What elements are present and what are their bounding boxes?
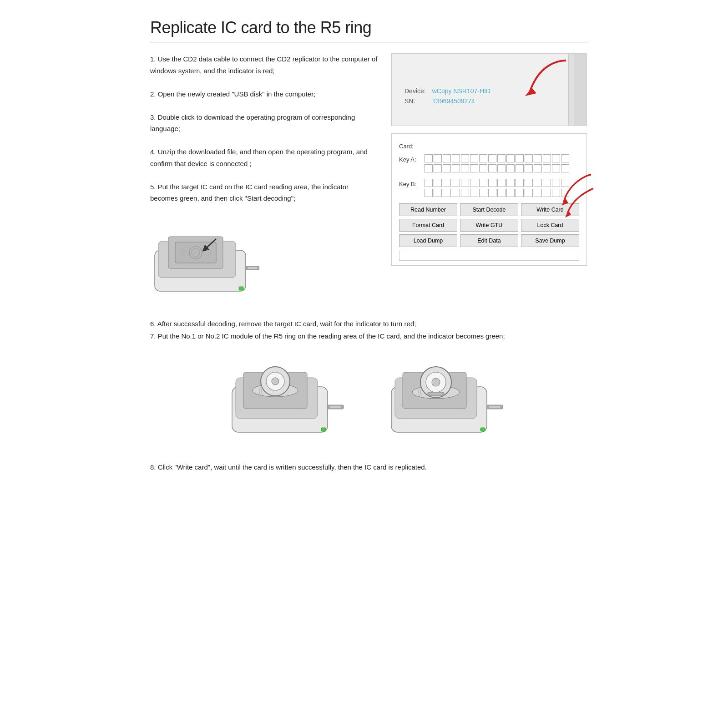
key-cell[interactable]: [497, 164, 506, 172]
key-cell[interactable]: [525, 189, 533, 197]
key-cell[interactable]: [506, 164, 515, 172]
key-cell[interactable]: [479, 164, 487, 172]
bottom-devices-row: [150, 355, 587, 448]
key-cell[interactable]: [488, 179, 496, 187]
key-cell[interactable]: [434, 154, 442, 162]
key-cell[interactable]: [461, 189, 469, 197]
key-a-grid: [425, 154, 579, 174]
key-cell[interactable]: [425, 179, 433, 187]
key-cell[interactable]: [470, 164, 478, 172]
key-cell[interactable]: [443, 189, 451, 197]
edit-data-button[interactable]: Edit Data: [460, 234, 518, 247]
key-cell[interactable]: [452, 189, 460, 197]
step4-text: 4. Unzip the downloaded file, and then o…: [150, 146, 378, 169]
key-cell[interactable]: [497, 189, 506, 197]
key-cell[interactable]: [534, 179, 542, 187]
read-number-button[interactable]: Read Number: [399, 203, 457, 216]
key-cell[interactable]: [516, 154, 524, 162]
device1-svg: [228, 355, 350, 446]
key-cell[interactable]: [434, 164, 442, 172]
key-cell[interactable]: [443, 154, 451, 162]
key-cell[interactable]: [516, 164, 524, 172]
key-cell[interactable]: [452, 154, 460, 162]
key-a-field: Key A:: [399, 154, 579, 174]
key-cell[interactable]: [470, 189, 478, 197]
card-label: Card:: [399, 141, 425, 150]
key-cell[interactable]: [461, 164, 469, 172]
device1-illustration: [228, 355, 350, 448]
svg-marker-11: [565, 210, 571, 217]
key-cell[interactable]: [443, 179, 451, 187]
format-card-button[interactable]: Format Card: [399, 219, 457, 232]
ic-reader-svg: [150, 223, 259, 300]
key-cell[interactable]: [479, 189, 487, 197]
svg-rect-33: [480, 428, 485, 431]
key-cell[interactable]: [488, 164, 496, 172]
key-cell[interactable]: [470, 179, 478, 187]
key-cell[interactable]: [488, 189, 496, 197]
device-table: Device: wCopy NSR107-HID SN: T3969450927…: [401, 86, 494, 106]
key-cell[interactable]: [506, 154, 515, 162]
start-decode-button[interactable]: Start Decode: [460, 203, 518, 216]
key-cell[interactable]: [452, 164, 460, 172]
key-cell[interactable]: [525, 164, 533, 172]
write-gtu-button[interactable]: Write GTU: [460, 219, 518, 232]
key-cell[interactable]: [434, 189, 442, 197]
key-cell[interactable]: [470, 154, 478, 162]
instructions-text: 1. Use the CD2 data cable to connect the…: [150, 53, 378, 304]
load-dump-button[interactable]: Load Dump: [399, 234, 457, 247]
sn-value: T39694509274: [430, 96, 493, 106]
key-cell[interactable]: [543, 189, 551, 197]
key-cell[interactable]: [543, 154, 551, 162]
key-cell[interactable]: [506, 179, 515, 187]
card-field: Card:: [399, 141, 579, 150]
key-cell[interactable]: [425, 189, 433, 197]
card-arrows-svg: [559, 161, 596, 234]
key-cell[interactable]: [425, 164, 433, 172]
key-cell[interactable]: [534, 154, 542, 162]
red-arrow-svg: [511, 56, 571, 106]
title-divider: [150, 42, 587, 42]
key-cell[interactable]: [534, 189, 542, 197]
sn-label: SN:: [402, 96, 429, 106]
key-cell[interactable]: [497, 154, 506, 162]
key-b-row1: [425, 179, 579, 187]
step2-text: 2. Open the newly created "USB disk" in …: [150, 88, 378, 100]
key-cell[interactable]: [461, 179, 469, 187]
key-cell[interactable]: [516, 179, 524, 187]
key-cell[interactable]: [506, 189, 515, 197]
key-cell[interactable]: [543, 179, 551, 187]
svg-point-28: [432, 378, 440, 386]
key-cell[interactable]: [525, 154, 533, 162]
save-dump-button[interactable]: Save Dump: [521, 234, 579, 247]
key-cell[interactable]: [425, 154, 433, 162]
page-title: Replicate IC card to the R5 ring: [150, 18, 587, 37]
step8-text: 8. Click "Write card", wait until the ca…: [150, 461, 587, 473]
key-cell[interactable]: [497, 179, 506, 187]
device2-svg: [387, 355, 510, 446]
svg-point-18: [272, 378, 279, 385]
key-a-label: Key A:: [399, 154, 425, 163]
key-b-field: Key B:: [399, 179, 579, 199]
card-buttons-grid: Read Number Start Decode Write Card Form…: [399, 203, 579, 247]
key-cell[interactable]: [443, 164, 451, 172]
key-cell[interactable]: [434, 179, 442, 187]
svg-rect-8: [239, 287, 243, 290]
device-value: wCopy NSR107-HID: [430, 86, 493, 96]
device-row: Device: wCopy NSR107-HID: [402, 86, 493, 96]
key-cell[interactable]: [534, 164, 542, 172]
key-cell[interactable]: [525, 179, 533, 187]
key-cell[interactable]: [479, 179, 487, 187]
key-cell[interactable]: [461, 154, 469, 162]
key-cell[interactable]: [488, 154, 496, 162]
svg-rect-21: [321, 428, 326, 431]
step1-text: 1. Use the CD2 data cable to connect the…: [150, 53, 378, 76]
ic-reader-illustration: [150, 223, 378, 304]
key-cell[interactable]: [543, 164, 551, 172]
svg-rect-7: [248, 267, 257, 269]
key-cell[interactable]: [516, 189, 524, 197]
lower-steps: 6. After successful decoding, remove the…: [150, 318, 587, 342]
key-cell[interactable]: [479, 154, 487, 162]
key-cell[interactable]: [452, 179, 460, 187]
key-b-row2: [425, 189, 579, 197]
